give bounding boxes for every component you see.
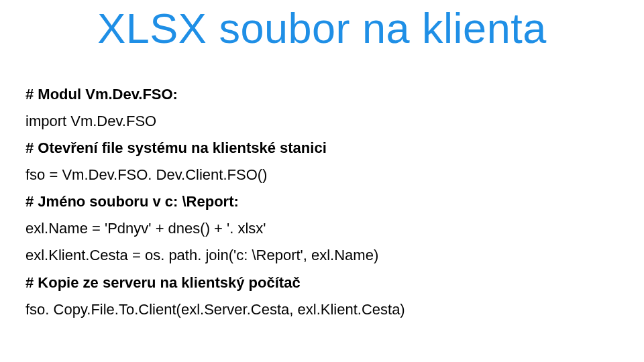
code-line-comment: # Kopie ze serveru na klientský počítač bbox=[25, 269, 619, 296]
code-line-comment: # Jméno souboru v c: \Report: bbox=[25, 188, 619, 215]
code-line: exl.Klient.Cesta = os. path. join('c: \R… bbox=[25, 242, 619, 269]
code-line: import Vm.Dev.FSO bbox=[25, 108, 619, 135]
slide-title: XLSX soubor na klienta bbox=[25, 0, 619, 52]
slide-body: # Modul Vm.Dev.FSO: import Vm.Dev.FSO # … bbox=[25, 81, 619, 322]
slide: XLSX soubor na klienta # Modul Vm.Dev.FS… bbox=[0, 0, 644, 362]
code-line-comment: # Modul Vm.Dev.FSO: bbox=[25, 81, 619, 108]
code-line: fso = Vm.Dev.FSO. Dev.Client.FSO() bbox=[25, 162, 619, 188]
code-line: fso. Copy.File.To.Client(exl.Server.Cest… bbox=[25, 296, 619, 323]
code-line-comment: # Otevření file systému na klientské sta… bbox=[25, 135, 619, 162]
code-line: exl.Name = 'Pdnyv' + dnes() + '. xlsx' bbox=[25, 215, 619, 242]
